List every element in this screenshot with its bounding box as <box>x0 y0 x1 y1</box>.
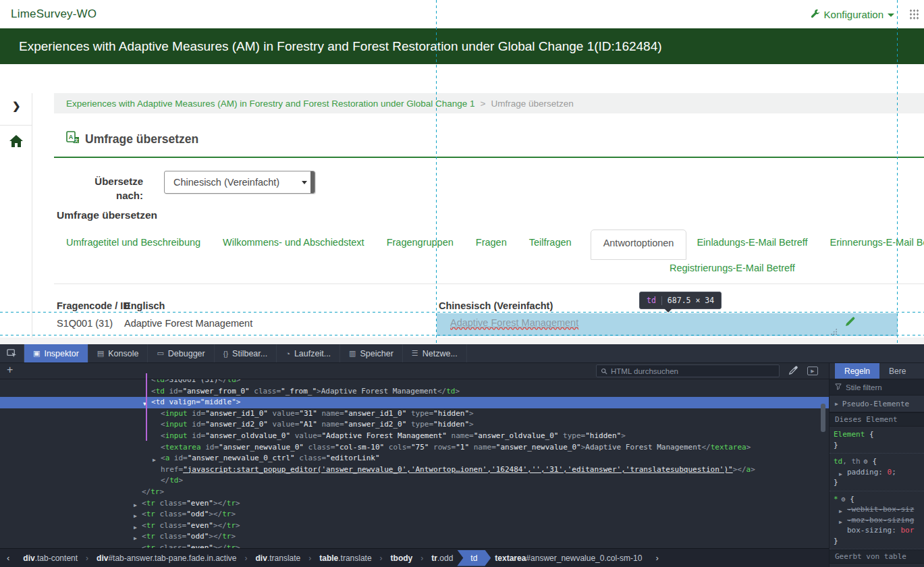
tab-teilfragen[interactable]: Teilfragen <box>529 230 572 248</box>
devtools-tab-debugger[interactable]: ▭Debugger <box>148 344 214 362</box>
crumbs-scroll-right[interactable]: › <box>649 553 665 563</box>
page-title-text: Umfrage übersetzen <box>85 132 198 146</box>
tab-umfragetitel-und-beschreibung[interactable]: Umfragetitel und Beschreibung <box>66 230 200 248</box>
tab-registrierungs-e-mail-betreff[interactable]: Registrierungs-E-Mail Betreff <box>670 263 795 273</box>
network-icon: ☰ <box>412 349 418 358</box>
edit-pencil-icon[interactable] <box>845 317 855 329</box>
highlighter-guide-horizontal-bottom <box>0 335 924 335</box>
responsive-mode-icon[interactable]: ▶ <box>807 367 818 375</box>
css-declaration[interactable]: ▶padding: 0; <box>834 467 920 478</box>
html-search-input[interactable] <box>611 367 766 375</box>
tree-line[interactable]: <td>S1Q001 (31)</td> <box>0 379 829 386</box>
dom-crumb-div[interactable]: div.translate <box>249 551 308 566</box>
sidebar-expand-button[interactable]: ❯ <box>12 100 21 112</box>
svg-text:A: A <box>69 134 74 140</box>
tree-line[interactable]: href="javascript:start_popup_editor('ans… <box>0 464 829 476</box>
child-indent-guide <box>146 373 147 441</box>
devtools-tab-netzwe[interactable]: ☰Netzwe... <box>403 344 467 362</box>
filter-icon <box>835 383 842 392</box>
dom-crumb-table[interactable]: table.translate <box>312 551 378 566</box>
language-select[interactable]: Chinesisch (Vereinfacht) <box>164 171 315 194</box>
devtools-tab-laufzeit[interactable]: ◔Laufzeit... <box>277 344 340 362</box>
tree-line[interactable]: ▶<tr class="even"></tr> <box>0 520 829 532</box>
rules-panel-tab-bere[interactable]: Bere <box>879 363 915 379</box>
performance-icon: ◔ <box>286 350 290 358</box>
pseudo-elements-toggle[interactable]: ▶ Pseudo-Elemente <box>830 396 924 412</box>
tree-line[interactable]: ▶<tr class="odd"></tr> <box>0 509 829 520</box>
devtools-tab-konsole[interactable]: ▤Konsole <box>88 344 148 362</box>
dom-crumb-td[interactable]: td <box>457 550 491 566</box>
css-rule: Element {} <box>830 427 924 454</box>
tab-einladungs-e-mail-betreff[interactable]: Einladungs-E-Mail Betreff <box>697 230 807 248</box>
home-icon[interactable] <box>9 135 23 150</box>
next-row-strip <box>0 338 924 344</box>
textarea-resize-grip[interactable] <box>830 328 837 335</box>
translate-icon: A文 <box>66 131 80 148</box>
tab-fragengruppen[interactable]: Fragengruppen <box>387 230 454 248</box>
rules-panel: RegelnBere Stile filtern ▶ Pseudo-Elemen… <box>829 363 924 567</box>
html-search-box <box>596 364 780 377</box>
devtools-toolbar: + ▶ <box>0 363 924 379</box>
css-declaration[interactable]: ▶-moz-box-sizing <box>834 515 920 526</box>
element-picker-icon[interactable] <box>0 344 24 362</box>
tree-line[interactable]: ▶<a id="answer_newvalue_0_ctrl" class="e… <box>0 453 829 464</box>
dom-crumb-tr[interactable]: tr.odd <box>425 551 460 566</box>
html-tree: <td>S1Q001 (31)</td><td id="answer_from_… <box>0 379 829 548</box>
css-rule: *⚙ {▶-webkit-box-siz▶-moz-box-sizingbox-… <box>830 491 924 550</box>
survey-banner: Experiences with Adaptive Measures (AM) … <box>0 28 924 64</box>
tree-line[interactable]: <td id="answer_from_0" class="_from_">Ad… <box>0 386 829 398</box>
rules-section-header: Geerbt von table <box>830 549 924 564</box>
pseudo-elements-label: Pseudo-Elemente <box>842 400 909 408</box>
devtools-tab-speicher[interactable]: ▥Speicher <box>340 344 403 362</box>
tree-line[interactable]: <textarea id="answer_newvalue_0" class="… <box>0 442 829 454</box>
apps-grid-icon[interactable] <box>909 9 919 20</box>
tree-line[interactable]: <input id="answer_id2_0" value="A1" name… <box>0 419 829 431</box>
devtools-tab-stilbear[interactable]: {}Stilbear... <box>215 344 277 362</box>
tree-line[interactable]: <input id="answer_oldvalue_0" value="Ada… <box>0 431 829 442</box>
translate-tabs-row2: Registrierungs-E-Mail Betreff <box>670 263 795 273</box>
css-declaration[interactable]: ▶-webkit-box-siz <box>834 504 920 515</box>
translation-textarea[interactable]: Adaptive Forest Management <box>450 317 578 328</box>
style-filter-box[interactable]: Stile filtern <box>830 379 924 396</box>
tree-line[interactable]: ▶<tr class="odd"></tr> <box>0 531 829 543</box>
translate-tabs-row1: Umfragetitel und BeschreibungWilkommens-… <box>66 230 924 261</box>
caret-down-icon <box>888 14 894 17</box>
dom-breadcrumb-bar: ‹ div.tab-content›div#tab-answer.tab-pan… <box>0 548 829 567</box>
dom-crumb-div[interactable]: div.tab-content <box>16 551 84 566</box>
twisty-icon[interactable]: ▶ <box>839 469 842 480</box>
rules-content: Dieses ElementElement {}td, th⚙ {▶paddin… <box>830 412 924 567</box>
node-infobar: td 687.5 × 34 <box>639 292 722 309</box>
css-declaration[interactable]: box-sizing: bor <box>834 525 920 536</box>
tab-fragen[interactable]: Fragen <box>476 230 507 248</box>
debugger-icon: ▭ <box>157 349 163 358</box>
main-content: ❯ Experiences with Adaptive Measures (AM… <box>0 64 924 344</box>
highlighted-translation-cell[interactable]: Adaptive Forest Management <box>437 313 898 336</box>
konfiguration-menu[interactable]: Konfiguration <box>811 9 894 20</box>
survey-banner-title: Experiences with Adaptive Measures (AM) … <box>19 39 662 53</box>
dom-crumb-textarea[interactable]: textarea#answer_newvalue_0.col-sm-10 <box>488 551 649 566</box>
devtools-tab-inspektor[interactable]: ▣Inspektor <box>24 344 88 362</box>
add-node-button[interactable]: + <box>7 364 13 376</box>
tree-line[interactable]: </td> <box>0 475 829 487</box>
tab-erinnerungs-e-mail-betreff[interactable]: Erinnerungs-E-Mail Betreff <box>830 230 924 248</box>
infobar-tag: td <box>647 296 656 305</box>
tree-scrollbar[interactable] <box>821 404 825 432</box>
crumbs-scroll-left[interactable]: ‹ <box>0 553 16 563</box>
tree-line[interactable]: ▼<td valign="middle"> <box>0 397 829 408</box>
rules-panel-tab-regeln[interactable]: Regeln <box>835 363 879 379</box>
tree-line[interactable]: ▶<tr class="even"></tr> <box>0 498 829 510</box>
dom-crumb-div[interactable]: div#tab-answer.tab-pane.fade.in.active <box>90 551 243 566</box>
app-logo[interactable]: LimeSurvey-WO <box>11 7 97 21</box>
tree-line[interactable]: ▶<tr class="even"></tr> <box>0 543 829 548</box>
tab-antwortoptionen[interactable]: Antwortoptionen <box>591 230 687 260</box>
memory-icon: ▥ <box>349 349 356 358</box>
breadcrumb-survey-link[interactable]: Experiences with Adaptive Measures (AM) … <box>66 99 475 109</box>
title-rule <box>54 157 924 158</box>
tree-line[interactable]: </tr> <box>0 487 829 498</box>
devtools-tabbar: ▣Inspektor▤Konsole▭Debugger{}Stilbear...… <box>0 344 924 363</box>
dom-crumb-tbody[interactable]: tbody <box>384 551 420 566</box>
eyedropper-icon[interactable] <box>788 366 798 378</box>
tree-line[interactable]: <input id="answer_id1_0" value="31" name… <box>0 408 829 420</box>
page-title: A文 Umfrage übersetzen <box>66 131 198 148</box>
tab-wilkommens-und-abschiedstext[interactable]: Wilkommens- und Abschiedstext <box>223 230 364 248</box>
